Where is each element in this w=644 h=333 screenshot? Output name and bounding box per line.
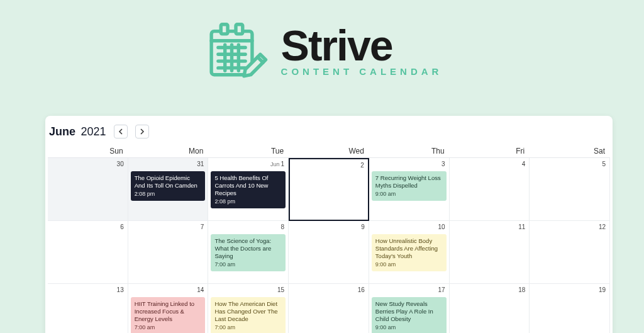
day-of-week-header: SunMonTueWedThuFriSat <box>48 145 610 158</box>
date-number: Jun1 <box>270 161 284 167</box>
calendar-day-cell[interactable]: 12 <box>530 221 610 284</box>
date-number: 9 <box>361 223 365 230</box>
calendar-year-label: 2021 <box>80 125 106 138</box>
svg-rect-3 <box>236 25 243 34</box>
calendar-icon <box>202 18 270 86</box>
calendar-day-cell[interactable]: 4 <box>450 158 530 221</box>
calendar-day-cell[interactable]: 31The Opioid Epidemic And Its Toll On Ca… <box>128 158 209 221</box>
event-title: 5 Health Benefits Of Carrots And 10 New … <box>214 174 282 197</box>
date-number: 8 <box>281 223 285 230</box>
date-number: 6 <box>120 223 124 230</box>
date-number: 2 <box>360 162 364 169</box>
calendar-event[interactable]: The Science of Yoga: What the Doctors ar… <box>211 234 286 271</box>
dow-label: Wed <box>289 145 369 158</box>
dow-label: Tue <box>208 145 289 158</box>
date-number: 12 <box>599 223 606 230</box>
chevron-right-icon <box>140 128 145 135</box>
event-title: How The American Diet Has Changed Over T… <box>214 300 282 323</box>
date-number: 5 <box>602 161 606 167</box>
calendar-day-cell[interactable]: 19 <box>530 284 610 333</box>
calendar-day-cell[interactable]: 6 <box>48 221 128 284</box>
date-number: 10 <box>438 223 445 230</box>
calendar-grid: 3031The Opioid Epidemic And Its Toll On … <box>48 158 610 333</box>
svg-rect-2 <box>221 25 228 34</box>
dow-label: Sun <box>48 145 128 158</box>
date-number: 17 <box>438 286 445 293</box>
date-number: 15 <box>277 286 284 293</box>
dow-label: Fri <box>450 145 530 158</box>
calendar-event[interactable]: The Opioid Epidemic And Its Toll On Camd… <box>131 171 206 201</box>
date-number: 4 <box>522 161 526 167</box>
event-time: 7:00 am <box>214 261 282 268</box>
calendar-day-cell[interactable]: 10How Unrealistic Body Standards Are Aff… <box>369 221 450 284</box>
date-number: 13 <box>117 286 124 293</box>
event-time: 7:00 am <box>214 324 282 331</box>
calendar-event[interactable]: How Unrealistic Body Standards Are Affec… <box>372 234 447 271</box>
calendar-event[interactable]: 7 Recurring Weight Loss Myths Dispelled9… <box>372 171 447 201</box>
date-number: 11 <box>518 223 525 230</box>
calendar-day-cell[interactable]: 9 <box>289 221 369 284</box>
brand-header: Strive CONTENT CALENDAR <box>0 0 644 101</box>
event-time: 9:00 am <box>375 324 443 331</box>
calendar-day-cell[interactable]: 5 <box>530 158 610 221</box>
date-number: 3 <box>441 161 445 167</box>
calendar-day-cell[interactable]: Jun15 Health Benefits Of Carrots And 10 … <box>208 158 289 221</box>
date-number: 30 <box>117 161 124 167</box>
date-number: 14 <box>197 286 204 293</box>
calendar-day-cell[interactable]: 16 <box>289 284 369 333</box>
calendar-day-cell[interactable]: 7 <box>128 221 209 284</box>
event-title: The Opioid Epidemic And Its Toll On Camd… <box>135 174 202 189</box>
dow-label: Thu <box>369 145 450 158</box>
event-time: 2:08 pm <box>214 198 282 205</box>
event-time: 7:00 am <box>135 324 202 331</box>
calendar-event[interactable]: New Study Reveals Berries Play A Role In… <box>372 297 447 333</box>
dow-label: Sat <box>530 145 610 158</box>
date-number: 19 <box>599 286 606 293</box>
calendar-day-cell[interactable]: 11 <box>450 221 530 284</box>
brand-title: Strive <box>281 26 443 65</box>
brand-text: Strive CONTENT CALENDAR <box>281 26 443 77</box>
date-number: 7 <box>201 223 204 230</box>
calendar-month-label: June <box>49 125 75 138</box>
calendar-day-cell[interactable]: 15How The American Diet Has Changed Over… <box>208 284 289 333</box>
calendar-day-cell[interactable]: 37 Recurring Weight Loss Myths Dispelled… <box>369 158 450 221</box>
event-time: 9:00 am <box>375 261 443 268</box>
calendar-day-cell[interactable]: 30 <box>48 158 128 221</box>
calendar-day-cell[interactable]: 2 <box>289 158 369 221</box>
date-number: 18 <box>518 286 525 293</box>
event-title: How Unrealistic Body Standards Are Affec… <box>375 237 443 260</box>
calendar-event[interactable]: 5 Health Benefits Of Carrots And 10 New … <box>211 171 286 208</box>
event-time: 9:00 am <box>375 191 443 198</box>
calendar-day-cell[interactable]: 8The Science of Yoga: What the Doctors a… <box>208 221 289 284</box>
event-title: The Science of Yoga: What the Doctors ar… <box>214 237 282 260</box>
calendar-panel: June 2021 SunMonTueWedThuFriSat 3031The … <box>45 116 613 333</box>
event-time: 2:08 pm <box>135 191 202 198</box>
calendar-day-cell[interactable]: 13 <box>48 284 128 333</box>
prev-month-button[interactable] <box>114 125 128 138</box>
event-title: 7 Recurring Weight Loss Myths Dispelled <box>375 174 443 189</box>
event-title: HIIT Training Linked to Increased Focus … <box>135 300 202 323</box>
calendar-event[interactable]: How The American Diet Has Changed Over T… <box>211 297 286 333</box>
chevron-left-icon <box>118 128 123 135</box>
calendar-day-cell[interactable]: 18 <box>450 284 530 333</box>
event-title: New Study Reveals Berries Play A Role In… <box>375 300 443 323</box>
calendar-event[interactable]: HIIT Training Linked to Increased Focus … <box>131 297 206 333</box>
calendar-day-cell[interactable]: 14HIIT Training Linked to Increased Focu… <box>128 284 209 333</box>
calendar-header: June 2021 <box>48 125 610 145</box>
date-number: 31 <box>197 161 204 167</box>
date-number: 16 <box>358 286 365 293</box>
calendar-day-cell[interactable]: 17New Study Reveals Berries Play A Role … <box>369 284 450 333</box>
brand-subtitle: CONTENT CALENDAR <box>281 66 443 77</box>
dow-label: Mon <box>128 145 209 158</box>
next-month-button[interactable] <box>135 125 149 138</box>
